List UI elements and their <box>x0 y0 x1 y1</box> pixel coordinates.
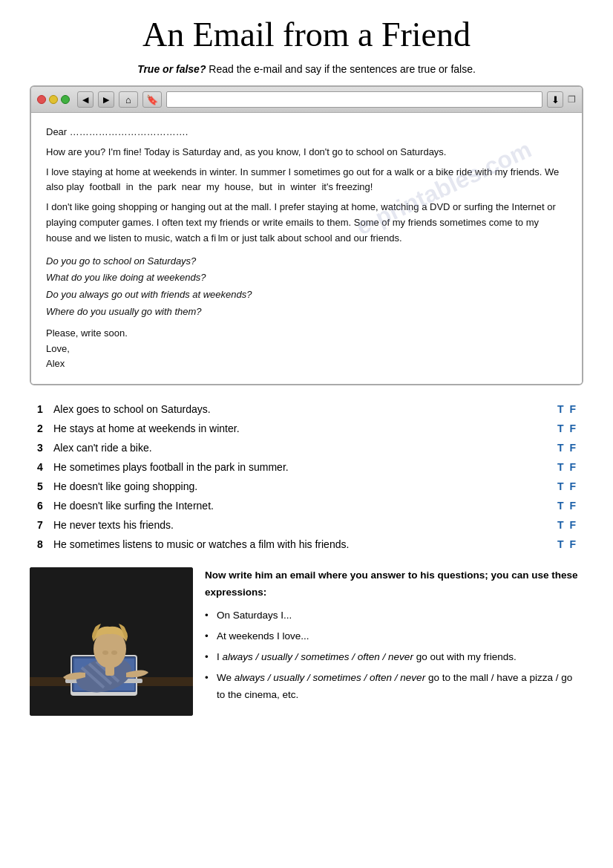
tf-letters-8: T F <box>557 537 576 552</box>
address-bar[interactable] <box>166 91 542 108</box>
prompt-title: Now write him an email where you answer … <box>205 567 583 601</box>
closing-line-3: Alex <box>46 356 567 372</box>
tf-text-2: He stays at home at weekends in winter. <box>53 421 553 437</box>
tf-letters-3: T F <box>557 440 576 456</box>
bullet-text-3: I always / usually / sometimes / often /… <box>217 649 517 666</box>
email-paragraph-3: I don't like going shopping or hanging o… <box>46 200 567 246</box>
prompt-bullet-4: • We always / usually / sometimes / ofte… <box>205 670 583 704</box>
tf-item-2: 2 He stays at home at weekends in winter… <box>37 421 576 437</box>
close-dot[interactable] <box>37 95 46 104</box>
closing-line-1: Please, write soon. <box>46 326 567 342</box>
tf-num-6: 6 <box>37 498 50 514</box>
tf-text-5: He doesn't like going shopping. <box>53 479 553 495</box>
bullet-dot-4: • <box>205 670 212 704</box>
minimize-dot[interactable] <box>49 95 58 104</box>
fullscreen-icon[interactable]: ❐ <box>568 94 576 105</box>
tf-num-8: 8 <box>37 537 50 552</box>
tf-text-6: He doesn't like surfing the Internet. <box>53 498 553 514</box>
tf-item-1: 1 Alex goes to school on Saturdays. T F <box>37 402 576 417</box>
svg-point-13 <box>111 650 117 655</box>
person-photo <box>30 567 193 716</box>
tf-item-4: 4 He sometimes plays football in the par… <box>37 460 576 475</box>
instruction-rest: Read the e-mail and say if the sentences… <box>206 63 475 75</box>
bullet-dot-2: • <box>205 628 212 645</box>
closing-line-2: Love, <box>46 342 567 357</box>
prompt-bullet-1: • On Saturdays I... <box>205 607 583 624</box>
tf-num-1: 1 <box>37 402 50 417</box>
tf-num-2: 2 <box>37 421 50 437</box>
forward-button[interactable]: ▶ <box>98 91 114 108</box>
bullet-dot-1: • <box>205 607 212 624</box>
email-closing: Please, write soon. Love, Alex <box>46 326 567 372</box>
tf-item-5: 5 He doesn't like going shopping. T F <box>37 479 576 495</box>
tf-item-7: 7 He never texts his friends. T F <box>37 518 576 533</box>
tf-text-3: Alex can't ride a bike. <box>53 440 553 456</box>
tf-letters-2: T F <box>557 421 576 437</box>
window-controls <box>37 95 70 104</box>
email-salutation: Dear ………………………………. <box>46 125 567 140</box>
question-4: Where do you usually go with them? <box>46 304 567 320</box>
tf-num-7: 7 <box>37 518 50 533</box>
instruction: True or false? Read the e-mail and say i… <box>30 63 583 75</box>
svg-rect-14 <box>105 665 114 676</box>
tf-num-4: 4 <box>37 460 50 475</box>
tf-item-3: 3 Alex can't ride a bike. T F <box>37 440 576 456</box>
reload-button[interactable]: ⬇ <box>547 91 563 108</box>
bullet-text-1: On Saturdays I... <box>217 607 292 624</box>
tf-letters-6: T F <box>557 498 576 514</box>
bullet-text-4: We always / usually / sometimes / often … <box>217 670 583 704</box>
tf-num-5: 5 <box>37 479 50 495</box>
question-1: Do you go to school on Saturdays? <box>46 254 567 270</box>
tf-section: 1 Alex goes to school on Saturdays. T F … <box>30 402 583 552</box>
email-paragraph-1: How are you? I'm fine! Today is Saturday… <box>46 145 567 160</box>
bullet-dot-3: • <box>205 649 212 666</box>
bottom-section: Now write him an email where you answer … <box>30 567 583 716</box>
back-button[interactable]: ◀ <box>77 91 94 108</box>
email-questions: Do you go to school on Saturdays? What d… <box>46 254 567 320</box>
tf-letters-1: T F <box>557 402 576 417</box>
prompt-bullet-2: • At weekends I love... <box>205 628 583 645</box>
bookmark-icon[interactable]: 🔖 <box>142 91 162 108</box>
tf-num-3: 3 <box>37 440 50 456</box>
maximize-dot[interactable] <box>61 95 70 104</box>
tf-item-8: 8 He sometimes listens to music or watch… <box>37 537 576 552</box>
tf-text-7: He never texts his friends. <box>53 518 553 533</box>
question-2: What do you like doing at weekends? <box>46 270 567 286</box>
tf-letters-5: T F <box>557 479 576 495</box>
browser-window: ◀ ▶ ⌂ 🔖 ⬇ ❐ Dear ………………………………. How are y… <box>30 85 583 385</box>
email-content: Dear ………………………………. How are you? I'm fine… <box>31 113 582 384</box>
tf-text-1: Alex goes to school on Saturdays. <box>53 402 553 417</box>
bullet-text-2: At weekends I love... <box>217 628 309 645</box>
tf-text-8: He sometimes listens to music or watches… <box>53 537 553 552</box>
prompt-bullet-3: • I always / usually / sometimes / often… <box>205 649 583 666</box>
svg-point-12 <box>102 650 108 655</box>
tf-letters-4: T F <box>557 460 576 475</box>
email-paragraph-2: I love staying at home at weekends in wi… <box>46 165 567 196</box>
question-3: Do you always go out with friends at wee… <box>46 287 567 303</box>
page-title: An Email from a Friend <box>30 15 583 54</box>
writing-prompt: Now write him an email where you answer … <box>205 567 583 716</box>
tf-item-6: 6 He doesn't like surfing the Internet. … <box>37 498 576 514</box>
tf-text-4: He sometimes plays football in the park … <box>53 460 553 475</box>
person-illustration <box>30 567 193 716</box>
email-body: How are you? I'm fine! Today is Saturday… <box>46 145 567 247</box>
home-icon[interactable]: ⌂ <box>119 91 138 108</box>
browser-titlebar: ◀ ▶ ⌂ 🔖 ⬇ ❐ <box>31 87 582 113</box>
tf-letters-7: T F <box>557 518 576 533</box>
instruction-bold-italic: True or false? <box>137 63 206 75</box>
